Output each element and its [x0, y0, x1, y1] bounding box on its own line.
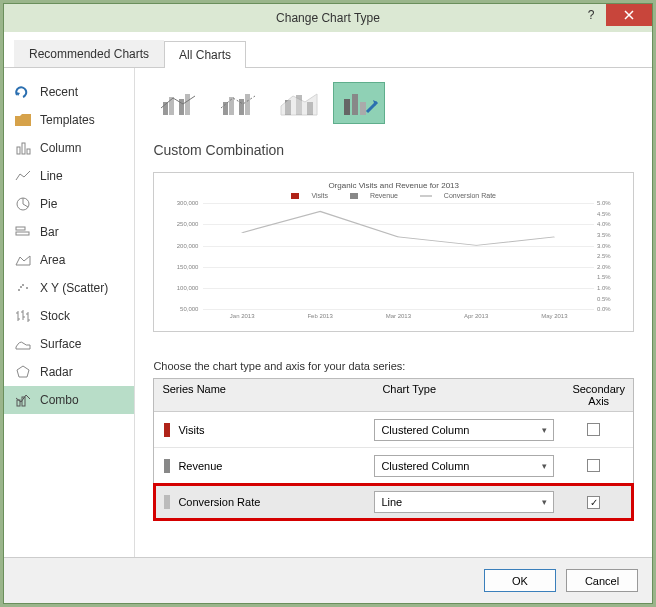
svg-rect-19 — [245, 94, 250, 115]
chevron-down-icon: ▾ — [542, 425, 547, 435]
sidebar-item-label: Pie — [40, 197, 57, 211]
chart-legend: Visits Revenue Conversion Rate — [168, 192, 619, 199]
chart-title: Organic Visits and Revenue for 2013 — [168, 181, 619, 190]
sidebar-item-label: Radar — [40, 365, 73, 379]
svg-rect-14 — [179, 99, 184, 115]
series-table-header: Series Name Chart Type Secondary Axis — [154, 379, 633, 412]
svg-rect-24 — [352, 94, 358, 115]
chart-plot-area: 50,000100,000150,000200,000250,000300,00… — [203, 203, 594, 309]
chevron-down-icon: ▾ — [542, 497, 547, 507]
secondary-axis-cell — [554, 459, 633, 472]
x-axis-labels: Jan 2013Feb 2013Mar 2013Apr 2013May 2013 — [203, 313, 594, 319]
sidebar-item-scatter[interactable]: X Y (Scatter) — [4, 274, 134, 302]
secondary-axis-checkbox[interactable] — [587, 423, 600, 436]
svg-rect-1 — [22, 143, 25, 154]
column-icon — [14, 140, 32, 156]
combo-icon — [14, 392, 32, 408]
subtype-stacked-area[interactable] — [273, 82, 325, 124]
section-title: Custom Combination — [153, 142, 634, 158]
series-name: Visits — [178, 424, 374, 436]
chart-preview[interactable]: Organic Visits and Revenue for 2013 Visi… — [153, 172, 634, 332]
sidebar-item-label: Stock — [40, 309, 70, 323]
subtype-clustered-line-sec[interactable] — [213, 82, 265, 124]
tab-all-charts[interactable]: All Charts — [164, 41, 246, 68]
sidebar-item-column[interactable]: Column — [4, 134, 134, 162]
main-panel: Custom Combination Organic Visits and Re… — [135, 68, 652, 557]
sidebar-item-stock[interactable]: Stock — [4, 302, 134, 330]
swatch-icon — [164, 459, 170, 473]
svg-point-7 — [22, 284, 24, 286]
sidebar-item-label: Line — [40, 169, 63, 183]
svg-rect-2 — [27, 149, 30, 154]
sidebar-item-area[interactable]: Area — [4, 246, 134, 274]
sidebar-item-label: Area — [40, 253, 65, 267]
sidebar-item-label: Recent — [40, 85, 78, 99]
sidebar-item-label: Templates — [40, 113, 95, 127]
ok-button[interactable]: OK — [484, 569, 556, 592]
secondary-axis-checkbox[interactable] — [587, 459, 600, 472]
series-row-conversion-rate: Conversion Rate Line ▾ ✓ — [154, 484, 633, 520]
col-series-name: Series Name — [154, 379, 374, 411]
svg-rect-16 — [223, 102, 228, 115]
sidebar-item-line[interactable]: Line — [4, 162, 134, 190]
series-row-visits: Visits Clustered Column ▾ — [154, 412, 633, 448]
cancel-button[interactable]: Cancel — [566, 569, 638, 592]
sidebar-item-templates[interactable]: Templates — [4, 106, 134, 134]
chart-type-select[interactable]: Line ▾ — [374, 491, 554, 513]
area-icon — [14, 252, 32, 268]
series-row-revenue: Revenue Clustered Column ▾ — [154, 448, 633, 484]
secondary-axis-checkbox[interactable]: ✓ — [587, 496, 600, 509]
help-button[interactable]: ? — [576, 4, 606, 26]
sidebar-item-label: Surface — [40, 337, 81, 351]
folder-icon — [14, 112, 32, 128]
close-icon — [624, 10, 634, 20]
bar-icon — [14, 224, 32, 240]
line-icon — [14, 168, 32, 184]
svg-rect-23 — [344, 99, 350, 115]
col-chart-type: Chart Type — [374, 379, 564, 411]
stock-icon — [14, 308, 32, 324]
svg-rect-4 — [16, 227, 25, 230]
tab-recommended[interactable]: Recommended Charts — [14, 40, 164, 67]
subtype-custom[interactable] — [333, 82, 385, 124]
radar-icon — [14, 364, 32, 380]
choose-series-label: Choose the chart type and axis for your … — [153, 360, 634, 372]
sidebar-item-label: Bar — [40, 225, 59, 239]
svg-rect-25 — [360, 102, 366, 115]
dialog-footer: OK Cancel — [4, 557, 652, 603]
svg-rect-5 — [16, 232, 29, 235]
svg-point-6 — [18, 289, 20, 291]
secondary-axis-cell — [554, 423, 633, 436]
sidebar-item-recent[interactable]: Recent — [4, 78, 134, 106]
sidebar-item-label: Column — [40, 141, 81, 155]
series-table: Series Name Chart Type Secondary Axis Vi… — [153, 378, 634, 521]
dialog-window: Change Chart Type ? Recommended Charts A… — [3, 3, 653, 604]
sidebar-item-radar[interactable]: Radar — [4, 358, 134, 386]
chevron-down-icon: ▾ — [542, 461, 547, 471]
content-area: Recent Templates Column Line Pie Bar — [4, 68, 652, 557]
titlebar: Change Chart Type ? — [4, 4, 652, 32]
svg-rect-18 — [239, 99, 244, 115]
swatch-icon — [164, 423, 170, 437]
series-name: Revenue — [178, 460, 374, 472]
svg-rect-0 — [17, 147, 20, 154]
series-name: Conversion Rate — [178, 496, 374, 508]
sidebar-item-pie[interactable]: Pie — [4, 190, 134, 218]
col-secondary-axis: Secondary Axis — [564, 379, 633, 411]
sidebar-item-surface[interactable]: Surface — [4, 330, 134, 358]
chart-type-select[interactable]: Clustered Column ▾ — [374, 419, 554, 441]
close-button[interactable] — [606, 4, 652, 26]
swatch-icon — [164, 495, 170, 509]
combo-subtype-row — [153, 82, 634, 124]
chart-type-select[interactable]: Clustered Column ▾ — [374, 455, 554, 477]
sidebar-item-bar[interactable]: Bar — [4, 218, 134, 246]
sidebar-item-label: Combo — [40, 393, 79, 407]
sidebar-item-label: X Y (Scatter) — [40, 281, 108, 295]
svg-point-9 — [20, 286, 22, 288]
dialog-title: Change Chart Type — [4, 11, 652, 25]
secondary-axis-cell: ✓ — [554, 496, 633, 509]
sidebar-item-combo[interactable]: Combo — [4, 386, 134, 414]
svg-rect-15 — [185, 94, 190, 115]
subtype-clustered-line[interactable] — [153, 82, 205, 124]
surface-icon — [14, 336, 32, 352]
